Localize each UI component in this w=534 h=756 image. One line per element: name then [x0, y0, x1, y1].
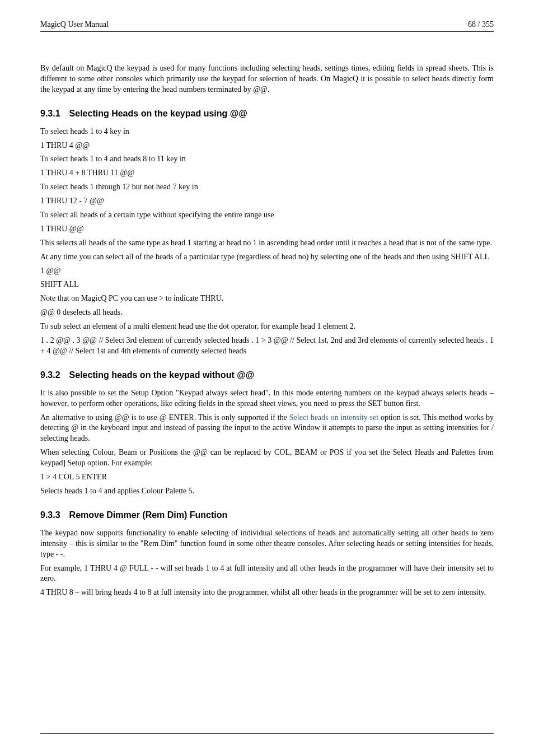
- body-text: To sub select an element of a multi elem…: [40, 321, 494, 332]
- body-text: To select all heads of a certain type wi…: [40, 210, 494, 221]
- footer-rule: [40, 733, 494, 734]
- body-text: 1 @@: [40, 266, 494, 277]
- body-text: Selects heads 1 to 4 and applies Colour …: [40, 486, 494, 497]
- heading-9-3-3: 9.3.3 Remove Dimmer (Rem Dim) Function: [40, 510, 494, 520]
- body-text: 1 THRU 4 @@: [40, 141, 494, 151]
- body-text: Note that on MagicQ PC you can use > to …: [40, 293, 494, 304]
- body-text: SHIFT ALL: [40, 279, 494, 290]
- body-text: An alternative to using @@ is to use @ E…: [40, 413, 494, 445]
- heading-9-3-2: 9.3.2 Selecting heads on the keypad with…: [40, 370, 494, 380]
- link-select-heads-on-intensity-set[interactable]: Select heads on intensity set: [289, 413, 378, 422]
- body-text: The keypad now supports functionality to…: [40, 528, 494, 560]
- body-text: 1 > 4 COL 5 ENTER: [40, 472, 494, 483]
- header-title: MagicQ User Manual: [40, 20, 109, 29]
- body-text: To select heads 1 to 4 and heads 8 to 11…: [40, 154, 494, 165]
- page-header: MagicQ User Manual 68 / 355: [40, 20, 494, 32]
- intro-paragraph: By default on MagicQ the keypad is used …: [40, 63, 494, 95]
- body-text: To select heads 1 to 4 key in: [40, 127, 494, 137]
- body-text: At any time you can select all of the he…: [40, 252, 494, 263]
- page: MagicQ User Manual 68 / 355 By default o…: [0, 0, 534, 756]
- body-text: 4 THRU 8 – will bring heads 4 to 8 at fu…: [40, 587, 494, 598]
- header-page-number: 68 / 355: [468, 20, 494, 29]
- body-text: 1 . 2 @@ . 3 @@ // Select 3rd element of…: [40, 335, 494, 357]
- body-text: 1 THRU @@: [40, 224, 494, 235]
- heading-9-3-1: 9.3.1 Selecting Heads on the keypad usin…: [40, 109, 494, 119]
- body-text: 1 THRU 12 - 7 @@: [40, 196, 494, 207]
- body-text: This selects all heads of the same type …: [40, 238, 494, 249]
- body-text: For example, 1 THRU 4 @ FULL - - will se…: [40, 563, 494, 585]
- body-text: To select heads 1 through 12 but not hea…: [40, 182, 494, 193]
- body-text: It is also possible to set the Setup Opt…: [40, 388, 494, 409]
- body-text: 1 THRU 4 + 8 THRU 11 @@: [40, 168, 494, 179]
- body-text-span: An alternative to using @@ is to use @ E…: [40, 413, 289, 422]
- body-text: When selecting Colour, Beam or Positions…: [40, 447, 494, 469]
- body-text: @@ 0 deselects all heads.: [40, 307, 494, 318]
